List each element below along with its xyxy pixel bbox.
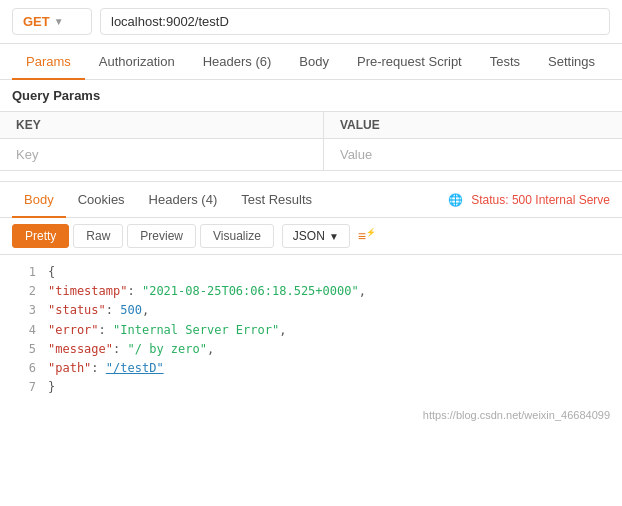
query-params-label: Query Params [0, 80, 622, 111]
tab-params[interactable]: Params [12, 44, 85, 79]
col-value-header: VALUE [323, 112, 622, 139]
filter-icon[interactable]: ≡⚡ [358, 228, 376, 244]
url-bar: GET ▼ [0, 0, 622, 44]
json-line-5: 5 "message": "/ by zero", [0, 340, 622, 359]
col-key-header: KEY [0, 112, 323, 139]
response-tab-headers[interactable]: Headers (4) [137, 182, 230, 217]
json-line-1: 1 { [0, 263, 622, 282]
tab-tests[interactable]: Tests [476, 44, 534, 79]
format-pretty-button[interactable]: Pretty [12, 224, 69, 248]
request-tabs: Params Authorization Headers (6) Body Pr… [0, 44, 622, 80]
tab-prerequest[interactable]: Pre-request Script [343, 44, 476, 79]
table-row: Key Value [0, 139, 622, 171]
json-line-4: 4 "error": "Internal Server Error", [0, 321, 622, 340]
response-section: Body Cookies Headers (4) Test Results 🌐 … [0, 181, 622, 425]
method-chevron-icon: ▼ [54, 16, 64, 27]
params-table: KEY VALUE Key Value [0, 111, 622, 171]
json-format-select[interactable]: JSON ▼ [282, 224, 350, 248]
tab-body[interactable]: Body [285, 44, 343, 79]
method-label: GET [23, 14, 50, 29]
tab-headers[interactable]: Headers (6) [189, 44, 286, 79]
json-line-3: 3 "status": 500, [0, 301, 622, 320]
tab-authorization[interactable]: Authorization [85, 44, 189, 79]
tab-settings[interactable]: Settings [534, 44, 609, 79]
format-visualize-button[interactable]: Visualize [200, 224, 274, 248]
response-tab-testresults[interactable]: Test Results [229, 182, 324, 217]
method-select[interactable]: GET ▼ [12, 8, 92, 35]
response-tabs: Body Cookies Headers (4) Test Results 🌐 … [0, 182, 622, 218]
key-cell[interactable]: Key [0, 139, 323, 171]
json-body: 1 { 2 "timestamp": "2021-08-25T06:06:18.… [0, 255, 622, 405]
status-badge: Status: 500 Internal Serve [471, 193, 610, 207]
json-format-label: JSON [293, 229, 325, 243]
response-tab-body[interactable]: Body [12, 182, 66, 217]
response-tab-cookies[interactable]: Cookies [66, 182, 137, 217]
globe-icon: 🌐 [448, 193, 463, 207]
json-chevron-icon: ▼ [329, 231, 339, 242]
format-bar: Pretty Raw Preview Visualize JSON ▼ ≡⚡ [0, 218, 622, 255]
json-line-6: 6 "path": "/testD" [0, 359, 622, 378]
value-cell[interactable]: Value [323, 139, 622, 171]
response-status-area: 🌐 Status: 500 Internal Serve [448, 193, 610, 207]
format-preview-button[interactable]: Preview [127, 224, 196, 248]
url-input[interactable] [100, 8, 610, 35]
json-line-7: 7 } [0, 378, 622, 397]
watermark: https://blog.csdn.net/weixin_46684099 [0, 405, 622, 425]
format-raw-button[interactable]: Raw [73, 224, 123, 248]
json-line-2: 2 "timestamp": "2021-08-25T06:06:18.525+… [0, 282, 622, 301]
